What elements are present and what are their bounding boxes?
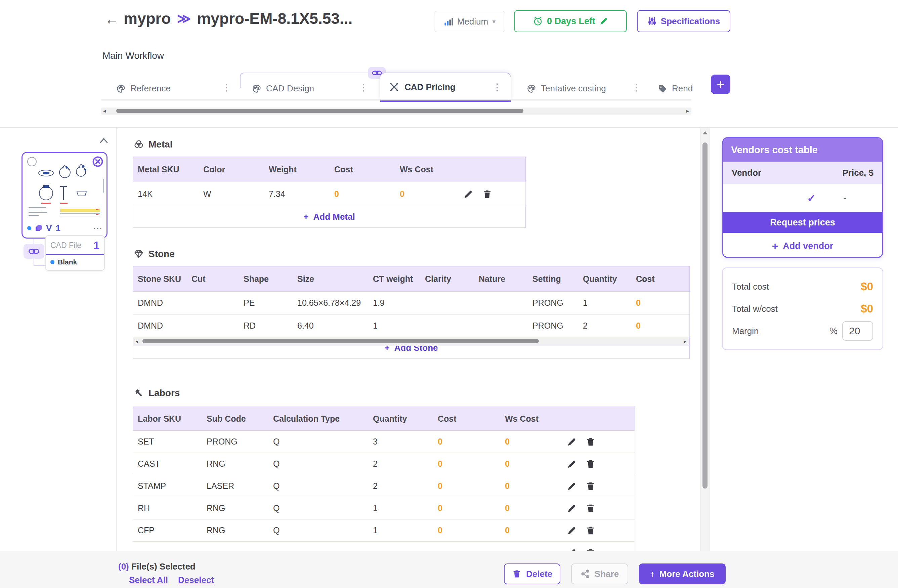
scrollbar-thumb[interactable] xyxy=(116,109,523,113)
cell-labor-sku: SET xyxy=(133,437,202,446)
cell-setting: PRONG xyxy=(528,298,578,308)
column-header: Ws Cost xyxy=(500,414,564,424)
cell-sub-code: RNG xyxy=(202,525,268,535)
tab-reference-menu[interactable]: ⋮ xyxy=(222,82,231,93)
version-menu-dots[interactable]: ⋯ xyxy=(93,223,103,234)
tab-tentative-costing[interactable]: Tentative costing xyxy=(527,83,606,94)
column-header: Stone SKU xyxy=(133,274,187,284)
version-thumbnail-card[interactable]: V 1 ⋯ xyxy=(22,152,108,239)
breadcrumb-project[interactable]: mypro xyxy=(124,9,171,28)
delete-trash-icon[interactable] xyxy=(586,503,596,513)
scroll-up-arrow-icon[interactable] xyxy=(703,131,707,134)
select-all-link[interactable]: Select All xyxy=(129,575,168,585)
add-vendor-button[interactable]: + Add vendor xyxy=(723,233,882,258)
scrollbar-thumb[interactable] xyxy=(143,339,539,343)
copy-version-icon xyxy=(35,224,43,232)
cell-weight: 7.34 xyxy=(264,189,329,199)
delete-trash-icon[interactable] xyxy=(586,459,596,469)
cad-file-label: CAD File xyxy=(51,241,81,250)
cell-cost: 0 xyxy=(433,481,500,491)
tab-label: Reference xyxy=(130,83,171,94)
workflow-horizontal-scrollbar[interactable]: ◄ ► xyxy=(101,108,691,115)
delete-trash-icon[interactable] xyxy=(586,437,596,447)
plus-icon: + xyxy=(772,240,778,252)
delete-trash-icon[interactable] xyxy=(482,189,492,199)
share-label: Share xyxy=(595,569,619,579)
workflow-tab-strip: Reference ⋮ CAD Design ⋮ CAD Pricing ⋮ xyxy=(100,67,702,107)
edit-pencil-icon[interactable] xyxy=(567,503,577,513)
edit-pencil-icon[interactable] xyxy=(567,459,577,469)
edit-pencil-icon[interactable] xyxy=(567,525,577,536)
delete-trash-icon[interactable] xyxy=(586,481,596,491)
cell-cost: 0 xyxy=(329,189,395,199)
days-left-badge[interactable]: 0 Days Left xyxy=(514,10,627,32)
palette-icon xyxy=(527,84,536,93)
section-label: Metal xyxy=(149,139,173,150)
crossed-tools-icon xyxy=(389,82,399,92)
tab-rendering[interactable]: Rend xyxy=(658,83,702,94)
cell-cost: 0 xyxy=(631,298,672,308)
percent-sign: % xyxy=(829,326,838,336)
scroll-right-arrow-icon[interactable]: ► xyxy=(681,339,689,344)
cell-calc-type: Q xyxy=(268,459,368,469)
panel-collapse-button[interactable] xyxy=(99,137,109,145)
labor-row: SET PRONG Q 3 0 0 xyxy=(133,431,635,453)
metal-icon xyxy=(134,139,144,149)
cell-stone-sku: DMND xyxy=(133,298,187,308)
vendor-row[interactable]: ✓ - xyxy=(723,184,882,212)
file-link-pill[interactable] xyxy=(23,244,45,259)
cad-file-card[interactable]: CAD File 1 Blank xyxy=(45,235,105,271)
column-header: Cut xyxy=(187,274,239,284)
check-icon: ✓ xyxy=(807,192,816,205)
edit-pencil-icon[interactable] xyxy=(463,189,474,199)
metal-section-title: Metal xyxy=(134,139,173,150)
cell-size: 10.65×6.78×4.29 xyxy=(293,298,368,308)
cell-quantity: 1 xyxy=(368,525,433,535)
margin-label: Margin xyxy=(732,326,758,336)
margin-input[interactable] xyxy=(842,321,873,341)
vendors-cost-table-card: Vendors cost table Vendor Price, $ ✓ - R… xyxy=(722,137,883,258)
trash-icon xyxy=(512,569,521,579)
scroll-left-arrow-icon[interactable]: ◄ xyxy=(133,339,140,344)
cell-cost: 0 xyxy=(433,437,500,446)
column-header: Cost xyxy=(631,274,672,284)
tab-label: Tentative costing xyxy=(541,83,606,94)
back-button[interactable]: ← xyxy=(105,11,119,28)
stone-row: DMND RD 6.40 1 PRONG 2 0 xyxy=(133,314,690,337)
cell-calc-type: Q xyxy=(268,481,368,491)
specifications-button[interactable]: Specifications xyxy=(637,10,730,32)
priority-dropdown[interactable]: Medium ▾ xyxy=(434,11,505,32)
scrollbar-thumb[interactable] xyxy=(703,142,707,488)
files-selected-text: (0) File(s) Selected xyxy=(118,562,195,572)
more-actions-button[interactable]: ↑ More Actions xyxy=(639,563,726,584)
scroll-right-arrow-icon[interactable]: ► xyxy=(684,109,691,114)
vendor-price-value: - xyxy=(843,192,846,203)
tab-cad-design[interactable]: CAD Design xyxy=(252,83,314,94)
delete-trash-icon[interactable] xyxy=(586,525,596,536)
edit-pencil-icon[interactable] xyxy=(567,481,577,491)
days-left-label: 0 Days Left xyxy=(547,16,595,26)
tab-cad-pricing-active[interactable]: CAD Pricing ⋮ xyxy=(380,73,511,101)
stone-horizontal-scrollbar[interactable]: ◄ ► xyxy=(133,337,689,346)
link-chain-icon xyxy=(28,248,40,255)
scroll-left-arrow-icon[interactable]: ◄ xyxy=(101,109,108,114)
tab-cad-design-menu[interactable]: ⋮ xyxy=(359,82,368,93)
delete-button[interactable]: Delete xyxy=(504,563,560,584)
share-button[interactable]: Share xyxy=(571,563,628,584)
cell-quantity: 1 xyxy=(578,298,631,308)
edit-pencil-icon[interactable] xyxy=(567,437,577,447)
app-window: ← mypro ≫ mypro-EM-8.1X5.53... Medium ▾ … xyxy=(0,0,898,588)
add-stage-button[interactable]: + xyxy=(711,75,730,94)
tab-reference[interactable]: Reference xyxy=(116,83,171,94)
labor-row: CAST RNG Q 2 0 0 xyxy=(133,453,635,475)
cell-ws-cost: 0 xyxy=(500,437,564,446)
edit-pencil-icon[interactable] xyxy=(599,17,608,26)
hammer-icon xyxy=(134,388,144,398)
request-prices-button[interactable]: Request prices xyxy=(723,212,882,233)
content-vertical-scrollbar[interactable] xyxy=(700,128,709,551)
tab-tentative-costing-menu[interactable]: ⋮ xyxy=(632,82,641,93)
vendors-table-header: Vendor Price, $ xyxy=(723,162,882,184)
tab-cad-pricing-menu[interactable]: ⋮ xyxy=(492,82,502,93)
deselect-link[interactable]: Deselect xyxy=(178,575,214,585)
add-metal-button[interactable]: + Add Metal xyxy=(133,206,526,228)
